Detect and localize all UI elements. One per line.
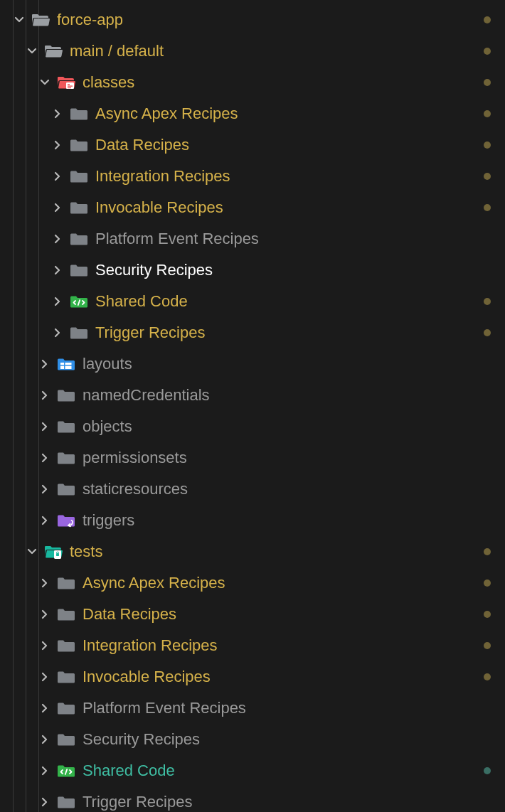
folder-icon (57, 763, 75, 779)
tree-item-label: Async Apex Recipes (83, 574, 225, 592)
folder-icon (44, 43, 63, 59)
chevron-down-icon[interactable] (38, 76, 51, 89)
tree-item-classes-shared-code[interactable]: Shared Code (0, 286, 505, 317)
tree-item-classes-invocable[interactable]: Invocable Recipes (0, 192, 505, 223)
folder-icon (57, 794, 75, 810)
git-status-dot (484, 204, 491, 211)
tree-item-classes-platform-event[interactable]: Platform Event Recipes (0, 223, 505, 255)
svg-rect-2 (68, 85, 73, 86)
git-status-dot (484, 548, 491, 555)
folder-icon (70, 231, 88, 247)
tree-item-tests-trigger[interactable]: Trigger Recipes (0, 786, 505, 812)
tree-item-label: namedCredentials (83, 386, 210, 405)
tree-item-tests-integration[interactable]: Integration Recipes (0, 630, 505, 661)
tree-item-label: Trigger Recipes (95, 324, 205, 342)
tree-item-label: Security Recipes (83, 730, 200, 749)
git-status-dot (484, 329, 491, 336)
folder-icon (57, 700, 75, 716)
git-status-dot (484, 673, 491, 680)
git-status-dot (484, 173, 491, 180)
folder-icon (57, 419, 75, 434)
tree-item-label: Invocable Recipes (83, 668, 211, 686)
chevron-right-icon[interactable] (38, 452, 51, 464)
tree-item-tests[interactable]: tests (0, 536, 505, 567)
folder-icon (44, 544, 63, 560)
chevron-right-icon[interactable] (38, 639, 51, 652)
chevron-down-icon[interactable] (26, 45, 38, 58)
tree-item-classes-trigger[interactable]: Trigger Recipes (0, 317, 505, 348)
tree-item-label: Shared Code (95, 292, 188, 311)
tree-item-force-app[interactable]: force-app (0, 4, 505, 36)
tree-item-main-default[interactable]: main / default (0, 36, 505, 67)
tree-item-classes-async[interactable]: Async Apex Recipes (0, 98, 505, 129)
folder-icon (57, 575, 75, 591)
tree-item-label: permissionsets (83, 449, 187, 467)
chevron-right-icon[interactable] (51, 326, 64, 339)
chevron-right-icon[interactable] (38, 702, 51, 715)
chevron-down-icon[interactable] (13, 14, 26, 26)
tree-item-label: Platform Event Recipes (95, 230, 259, 248)
tree-item-classes[interactable]: classes (0, 67, 505, 98)
folder-icon (57, 356, 75, 372)
folder-icon (70, 262, 88, 278)
chevron-right-icon[interactable] (51, 107, 64, 120)
tree-item-classes-integration[interactable]: Integration Recipes (0, 161, 505, 192)
chevron-right-icon[interactable] (38, 764, 51, 777)
git-status-dot (484, 16, 491, 23)
folder-icon (57, 513, 75, 528)
chevron-right-icon[interactable] (38, 671, 51, 683)
chevron-right-icon[interactable] (38, 733, 51, 746)
git-status-dot (484, 767, 491, 774)
folder-icon (57, 75, 75, 90)
tree-item-layouts[interactable]: layouts (0, 348, 505, 380)
tree-item-permissionsets[interactable]: permissionsets (0, 442, 505, 474)
chevron-right-icon[interactable] (38, 483, 51, 496)
chevron-right-icon[interactable] (51, 295, 64, 308)
chevron-right-icon[interactable] (51, 264, 64, 277)
tree-item-label: tests (70, 543, 102, 561)
chevron-right-icon[interactable] (38, 514, 51, 527)
chevron-right-icon[interactable] (38, 796, 51, 808)
tree-item-tests-invocable[interactable]: Invocable Recipes (0, 661, 505, 693)
tree-item-tests-platform-event[interactable]: Platform Event Recipes (0, 693, 505, 724)
tree-item-staticresources[interactable]: staticresources (0, 474, 505, 505)
folder-icon (70, 200, 88, 215)
chevron-right-icon[interactable] (38, 389, 51, 402)
tree-item-tests-shared-code[interactable]: Shared Code (0, 755, 505, 786)
tree-item-tests-security[interactable]: Security Recipes (0, 724, 505, 755)
folder-icon (70, 137, 88, 153)
svg-point-11 (57, 552, 58, 553)
git-status-dot (484, 48, 491, 55)
chevron-right-icon[interactable] (38, 420, 51, 433)
folder-icon (57, 388, 75, 403)
chevron-right-icon[interactable] (51, 201, 64, 214)
tree-item-classes-security[interactable]: Security Recipes (0, 255, 505, 286)
tree-item-tests-async[interactable]: Async Apex Recipes (0, 567, 505, 599)
tree-item-objects[interactable]: objects (0, 411, 505, 442)
tree-item-label: Platform Event Recipes (83, 699, 246, 717)
folder-icon (57, 638, 75, 653)
file-explorer-tree[interactable]: force-app main / default classes Async (0, 0, 505, 812)
tree-item-label: triggers (83, 511, 134, 530)
chevron-right-icon[interactable] (51, 170, 64, 183)
tree-item-triggers[interactable]: triggers (0, 505, 505, 536)
git-status-dot (484, 141, 491, 149)
tree-item-label: Data Recipes (95, 136, 189, 154)
chevron-down-icon[interactable] (26, 545, 38, 558)
folder-icon (70, 169, 88, 184)
chevron-right-icon[interactable] (38, 608, 51, 621)
chevron-right-icon[interactable] (38, 577, 51, 589)
chevron-right-icon[interactable] (38, 358, 51, 370)
folder-icon (57, 450, 75, 466)
svg-rect-7 (65, 366, 72, 370)
folder-icon (57, 607, 75, 622)
tree-item-tests-data[interactable]: Data Recipes (0, 599, 505, 630)
tree-item-label: Data Recipes (83, 605, 176, 624)
git-status-dot (484, 579, 491, 587)
chevron-right-icon[interactable] (51, 233, 64, 245)
tree-item-label: classes (83, 73, 134, 92)
chevron-right-icon[interactable] (51, 139, 64, 151)
tree-item-named-credentials[interactable]: namedCredentials (0, 380, 505, 411)
tree-item-classes-data[interactable]: Data Recipes (0, 129, 505, 161)
svg-rect-10 (56, 554, 59, 556)
